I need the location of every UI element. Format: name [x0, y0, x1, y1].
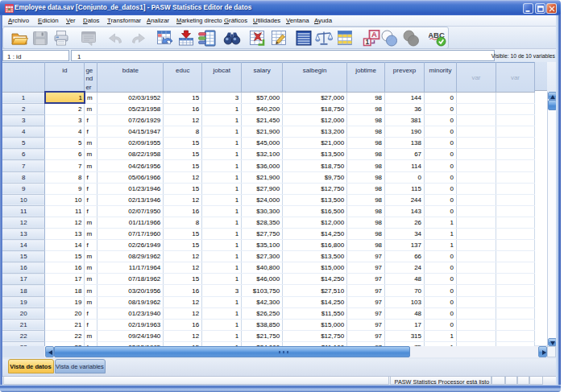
svg-text:A: A — [371, 30, 377, 39]
svg-text:1: 1 — [365, 38, 369, 46]
